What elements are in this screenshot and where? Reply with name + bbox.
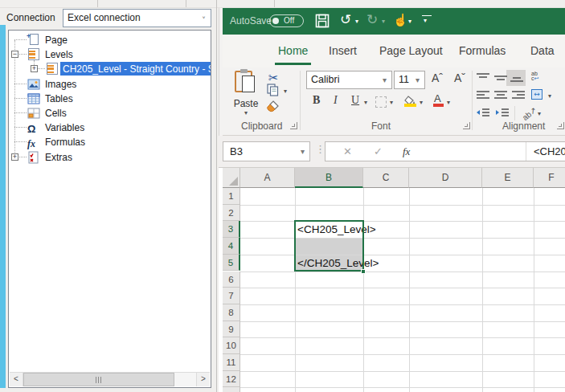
row-header-5[interactable]: 5 [223, 255, 240, 272]
format-painter-icon [265, 100, 280, 113]
decrease-indent-button[interactable] [476, 108, 490, 118]
insert-function-icon[interactable]: fx [403, 145, 410, 158]
tab-insert[interactable]: Insert [325, 35, 360, 67]
expand-plus-icon[interactable]: + [11, 153, 18, 161]
tab-page-layout[interactable]: Page Layout [376, 35, 446, 67]
tree-selection-highlight[interactable]: CH205_Level - Straight Country - Sale [60, 62, 211, 76]
align-center-button[interactable] [493, 90, 508, 100]
paste-button[interactable]: Paste ▾ [227, 69, 264, 119]
save-button[interactable] [315, 14, 330, 31]
borders-button[interactable] [375, 96, 387, 108]
copy-button[interactable] [267, 84, 279, 100]
redo-dropdown-caret-icon[interactable]: ▾ [382, 18, 385, 25]
tree-item-tables[interactable]: Tables [9, 92, 211, 106]
increase-font-size-button[interactable]: Aˆ [432, 71, 443, 84]
tree-item-levels[interactable]: −Levels [9, 47, 211, 62]
tree-item-label: Variables [45, 122, 84, 133]
font-size-combo[interactable]: 11 ▾ [394, 71, 425, 89]
variables-icon: Ω [27, 121, 40, 134]
font-color-button[interactable]: A [434, 92, 441, 104]
scroll-left-button[interactable]: < [10, 373, 23, 386]
select-all-corner[interactable] [223, 168, 240, 188]
row-header-6[interactable]: 6 [223, 272, 240, 288]
touch-mode-caret-icon[interactable]: ▾ [408, 18, 411, 25]
cancel-icon[interactable]: ✕ [343, 145, 352, 157]
tree-horizontal-scrollbar[interactable]: < > [10, 372, 210, 386]
tree-item-formulas[interactable]: fxFormulas [9, 135, 211, 149]
bold-button[interactable]: B [313, 94, 320, 107]
row-header-9[interactable]: 9 [223, 321, 240, 338]
formula-bar[interactable]: ✕ ✓ fx <CH205_Level> [325, 141, 565, 161]
select-all-triangle-icon [229, 177, 238, 186]
row-header-13[interactable]: 13 [223, 387, 240, 392]
grid-vline [363, 188, 364, 392]
underline-button[interactable]: U [351, 94, 359, 107]
undo-dropdown-caret-icon[interactable]: ▾ [355, 18, 358, 25]
row-header-1[interactable]: 1 [223, 188, 240, 205]
format-painter-button[interactable] [265, 100, 280, 113]
bottom-align-button[interactable] [510, 72, 524, 83]
tree-item-ch205-level[interactable]: +CH205_Level - Straight Country - Sale [9, 62, 211, 76]
tree-item-extras[interactable]: +Extras [9, 150, 211, 165]
column-header-E[interactable]: E [482, 168, 534, 188]
touch-mode-button[interactable]: ☝ [393, 13, 408, 27]
scroll-right-button[interactable]: > [196, 373, 210, 386]
merge-center-button[interactable]: ↔ [531, 89, 542, 100]
enter-icon[interactable]: ✓ [374, 145, 383, 157]
orientation-button[interactable]: ab↗ [521, 105, 538, 122]
tab-formulas[interactable]: Formulas [456, 35, 509, 67]
row-header-12[interactable]: 12 [223, 371, 240, 388]
alignment-dialog-launcher[interactable] [557, 122, 564, 129]
tree-item-variables[interactable]: ΩVariables [9, 120, 211, 135]
increase-indent-button[interactable] [495, 108, 510, 118]
panel-splitter[interactable] [216, 0, 217, 392]
column-header-B[interactable]: B [295, 168, 363, 188]
ribbon: Paste ▾ ✂ ▾ Clipboard Calibri ▾ [223, 67, 565, 136]
redo-button[interactable]: ↻ [366, 13, 378, 27]
middle-align-button[interactable] [493, 72, 508, 83]
row-header-11[interactable]: 11 [223, 354, 240, 371]
column-header-D[interactable]: D [409, 168, 482, 188]
row-header-4[interactable]: 4 [223, 238, 240, 255]
align-left-button[interactable] [476, 90, 490, 100]
align-right-button[interactable] [511, 90, 526, 100]
scrollbar-thumb[interactable] [23, 373, 174, 386]
row-header-10[interactable]: 10 [223, 337, 240, 354]
undo-button[interactable]: ↺ [340, 13, 351, 27]
font-dialog-launcher[interactable] [463, 122, 470, 129]
column-header-A[interactable]: A [240, 168, 295, 188]
collapse-minus-icon[interactable]: − [11, 51, 18, 58]
name-box[interactable]: B3 ▾ [223, 141, 310, 161]
italic-button[interactable]: I [334, 94, 338, 107]
row-header-7[interactable]: 7 [223, 288, 240, 304]
borders-caret-icon[interactable]: ▾ [390, 99, 393, 106]
tree-item-page[interactable]: +Page [9, 33, 211, 47]
paste-dropdown-caret-icon[interactable]: ▾ [227, 109, 264, 116]
decrease-font-size-button[interactable]: Aˇ [454, 71, 465, 84]
fill-color-caret-icon[interactable]: ▾ [420, 99, 423, 106]
autosave-toggle[interactable]: Off [269, 14, 304, 27]
copy-dropdown-caret-icon[interactable]: ▾ [284, 88, 287, 95]
customize-qat-icon[interactable]: ▾ [422, 15, 432, 16]
expand-plus-icon[interactable]: + [31, 65, 38, 72]
fill-color-button[interactable] [404, 94, 416, 108]
column-header-F[interactable]: F [534, 168, 565, 188]
tree-item-images[interactable]: Images [9, 77, 211, 92]
merge-center-caret-icon[interactable]: ▾ [548, 92, 551, 100]
tab-data[interactable]: Data [527, 35, 558, 67]
orientation-caret-icon[interactable]: ▾ [538, 110, 541, 117]
font-name-combo[interactable]: Calibri ▾ [306, 71, 392, 89]
wrap-text-button[interactable]: abc↩ [531, 71, 538, 81]
row-header-3[interactable]: 3 [223, 221, 240, 238]
font-color-caret-icon[interactable]: ▾ [447, 99, 450, 106]
connection-dropdown[interactable]: Excel connection ˅ [63, 9, 211, 27]
clipboard-dialog-launcher[interactable] [290, 122, 297, 129]
tree-item-cells[interactable]: Cells [9, 106, 211, 120]
tab-home[interactable]: Home [275, 35, 311, 67]
top-align-button[interactable] [476, 72, 490, 83]
column-header-C[interactable]: C [363, 168, 409, 188]
fill-handle[interactable] [361, 269, 366, 274]
row-header-2[interactable]: 2 [223, 205, 240, 222]
underline-caret-icon[interactable]: ▾ [364, 99, 367, 106]
row-header-8[interactable]: 8 [223, 304, 240, 321]
